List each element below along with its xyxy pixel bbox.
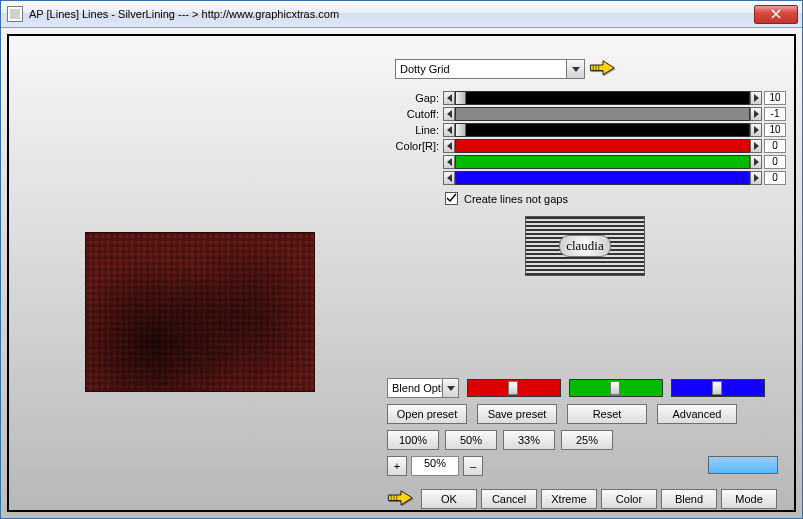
pointer-right-icon xyxy=(589,58,617,80)
cutoff-decrement[interactable] xyxy=(443,107,455,121)
color-g-value: 0 xyxy=(764,155,786,169)
preset-dropdown-value: Dotty Grid xyxy=(400,63,450,75)
zoom-percent-input[interactable]: 50% xyxy=(411,456,459,476)
zoom-25-button[interactable]: 25% xyxy=(561,430,613,450)
line-row: Line: 10 xyxy=(387,122,786,137)
cutoff-value: -1 xyxy=(764,107,786,121)
color-b-decrement[interactable] xyxy=(443,171,455,185)
color-r-label: Color[R]: xyxy=(387,140,443,152)
window-title: AP [Lines] Lines - SilverLining --- > ht… xyxy=(29,8,754,20)
blend-button[interactable]: Blend xyxy=(661,489,717,509)
color-b-slider[interactable] xyxy=(455,171,750,185)
bottom-buttons-row: OK Cancel Xtreme Color Blend Mode xyxy=(387,488,777,510)
line-value: 10 xyxy=(764,123,786,137)
zoom-33-button[interactable]: 33% xyxy=(503,430,555,450)
plugin-window: AP [Lines] Lines - SilverLining --- > ht… xyxy=(0,0,803,519)
gap-increment[interactable] xyxy=(750,91,762,105)
color-button[interactable]: Color xyxy=(601,489,657,509)
line-increment[interactable] xyxy=(750,123,762,137)
logo-area: claudia xyxy=(525,216,645,276)
color-g-row: 0 xyxy=(387,154,786,169)
logo-text: claudia xyxy=(559,235,611,257)
create-lines-row: Create lines not gaps xyxy=(445,192,568,205)
blend-red-slider[interactable] xyxy=(467,379,561,397)
gap-decrement[interactable] xyxy=(443,91,455,105)
checkmark-icon xyxy=(446,193,457,204)
color-r-row: Color[R]: 0 xyxy=(387,138,786,153)
color-g-decrement[interactable] xyxy=(443,155,455,169)
color-b-row: 0 xyxy=(387,170,786,185)
color-r-value: 0 xyxy=(764,139,786,153)
create-lines-label: Create lines not gaps xyxy=(464,193,568,205)
preset-buttons-row: Open preset Save preset Reset Advanced xyxy=(387,404,737,424)
xtreme-button[interactable]: Xtreme xyxy=(541,489,597,509)
color-r-slider[interactable] xyxy=(455,139,750,153)
cutoff-increment[interactable] xyxy=(750,107,762,121)
pointer-right-icon xyxy=(387,488,415,510)
percent-row: + 50% – xyxy=(387,456,483,476)
inner-frame: Dotty Grid Gap: 10 xyxy=(7,34,796,512)
preset-dropdown[interactable]: Dotty Grid xyxy=(395,59,585,79)
color-g-slider[interactable] xyxy=(455,155,750,169)
blend-mode-value: Blend Opti xyxy=(392,382,443,394)
line-slider[interactable] xyxy=(455,123,750,137)
slider-group: Gap: 10 Cutoff: -1 Line: xyxy=(387,90,786,186)
color-b-value: 0 xyxy=(764,171,786,185)
title-bar[interactable]: AP [Lines] Lines - SilverLining --- > ht… xyxy=(1,1,802,28)
cutoff-label: Cutoff: xyxy=(387,108,443,120)
cancel-button[interactable]: Cancel xyxy=(481,489,537,509)
line-label: Line: xyxy=(387,124,443,136)
zoom-100-button[interactable]: 100% xyxy=(387,430,439,450)
color-r-decrement[interactable] xyxy=(443,139,455,153)
gap-value: 10 xyxy=(764,91,786,105)
preview-panel xyxy=(15,42,375,508)
color-b-increment[interactable] xyxy=(750,171,762,185)
zoom-50-button[interactable]: 50% xyxy=(445,430,497,450)
reset-button[interactable]: Reset xyxy=(567,404,647,424)
gap-label: Gap: xyxy=(387,92,443,104)
system-menu-icon[interactable] xyxy=(7,6,23,22)
cutoff-row: Cutoff: -1 xyxy=(387,106,786,121)
zoom-buttons-row: 100% 50% 33% 25% xyxy=(387,430,613,450)
save-preset-button[interactable]: Save preset xyxy=(477,404,557,424)
blend-mode-select[interactable]: Blend Opti xyxy=(387,378,459,398)
blend-row: Blend Opti xyxy=(387,378,786,398)
chevron-down-icon xyxy=(566,60,584,78)
effect-preview[interactable] xyxy=(85,232,315,392)
zoom-out-button[interactable]: – xyxy=(463,456,483,476)
blend-blue-slider[interactable] xyxy=(671,379,765,397)
ok-button[interactable]: OK xyxy=(421,489,477,509)
close-button[interactable] xyxy=(754,5,798,24)
open-preset-button[interactable]: Open preset xyxy=(387,404,467,424)
gap-slider[interactable] xyxy=(455,91,750,105)
line-decrement[interactable] xyxy=(443,123,455,137)
zoom-in-button[interactable]: + xyxy=(387,456,407,476)
color-g-increment[interactable] xyxy=(750,155,762,169)
mode-button[interactable]: Mode xyxy=(721,489,777,509)
controls-panel: Dotty Grid Gap: 10 xyxy=(387,42,786,508)
gap-row: Gap: 10 xyxy=(387,90,786,105)
advanced-button[interactable]: Advanced xyxy=(657,404,737,424)
color-r-increment[interactable] xyxy=(750,139,762,153)
close-icon xyxy=(771,9,781,19)
cutoff-slider[interactable] xyxy=(455,107,750,121)
blend-green-slider[interactable] xyxy=(569,379,663,397)
color-swatch[interactable] xyxy=(708,456,778,474)
client-area: Dotty Grid Gap: 10 xyxy=(1,28,802,518)
create-lines-checkbox[interactable] xyxy=(445,192,458,205)
chevron-down-icon xyxy=(442,379,458,397)
